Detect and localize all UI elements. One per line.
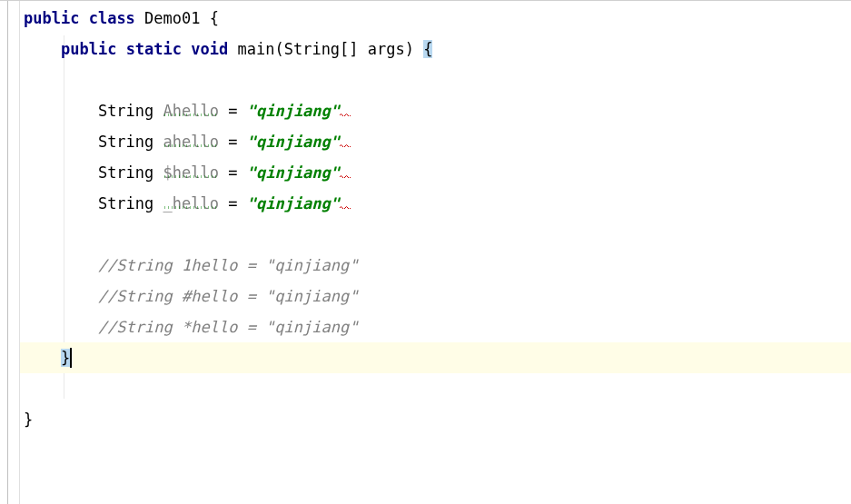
comment: //String 1hello = "qinjiang" [98, 256, 359, 274]
open-brace-highlighted: { [423, 40, 432, 58]
code-line-blank[interactable] [20, 373, 851, 404]
open-brace: { [210, 9, 219, 27]
code-line-2[interactable]: public static void main(String[] args) { [20, 34, 851, 64]
code-line-1[interactable]: public class Demo01 { [20, 3, 851, 34]
code-line-10[interactable]: //String #hello = "qinjiang" [20, 281, 851, 311]
comment: //String #hello = "qinjiang" [98, 287, 359, 305]
string-literal: "qinjiang" [247, 194, 340, 212]
method-name: main [238, 40, 275, 58]
type-string: String [98, 133, 153, 151]
equals-op: = [219, 163, 247, 182]
keyword-void: void [191, 40, 228, 58]
gutter [0, 1, 20, 504]
code-line-6[interactable]: String $hello = "qinjiang" [20, 157, 851, 188]
type-string: String [98, 102, 153, 120]
equals-op: = [219, 194, 247, 212]
equals-op: = [219, 133, 247, 151]
string-literal: "qinjiang" [247, 133, 340, 151]
class-name: Demo01 [144, 9, 200, 27]
identifier-Ahello: Ahello [163, 102, 219, 120]
identifier-dollarhello: $hello [163, 163, 219, 182]
string-literal: "qinjiang" [247, 163, 340, 182]
identifier-underscorehello: _hello [163, 194, 219, 212]
code-line-7[interactable]: String _hello = "qinjiang" [20, 188, 851, 219]
code-line-blank[interactable] [20, 64, 851, 95]
close-brace-highlighted: } [61, 349, 70, 367]
code-line-5[interactable]: String ahello = "qinjiang" [20, 126, 851, 157]
code-editor[interactable]: public class Demo01 { public static void… [0, 0, 851, 504]
close-brace: } [24, 410, 33, 429]
cursor [70, 348, 72, 368]
string-literal: "qinjiang" [247, 102, 340, 120]
comment: //String *hello = "qinjiang" [98, 318, 359, 336]
code-line-blank[interactable] [20, 219, 851, 250]
code-line-11[interactable]: //String *hello = "qinjiang" [20, 311, 851, 342]
code-line-14[interactable]: } [20, 404, 851, 435]
code-area[interactable]: public class Demo01 { public static void… [20, 1, 851, 504]
keyword-public: public [24, 9, 79, 27]
identifier-ahello: ahello [163, 133, 219, 151]
method-params: (String[] args) [274, 40, 414, 58]
equals-op: = [219, 102, 247, 120]
keyword-static: static [126, 40, 182, 58]
code-line-9[interactable]: //String 1hello = "qinjiang" [20, 250, 851, 281]
code-line-12-current[interactable]: } [20, 342, 851, 373]
code-line-4[interactable]: String Ahello = "qinjiang" [20, 95, 851, 126]
keyword-public: public [61, 40, 116, 58]
type-string: String [98, 163, 153, 182]
type-string: String [98, 194, 153, 212]
keyword-class: class [89, 9, 135, 27]
